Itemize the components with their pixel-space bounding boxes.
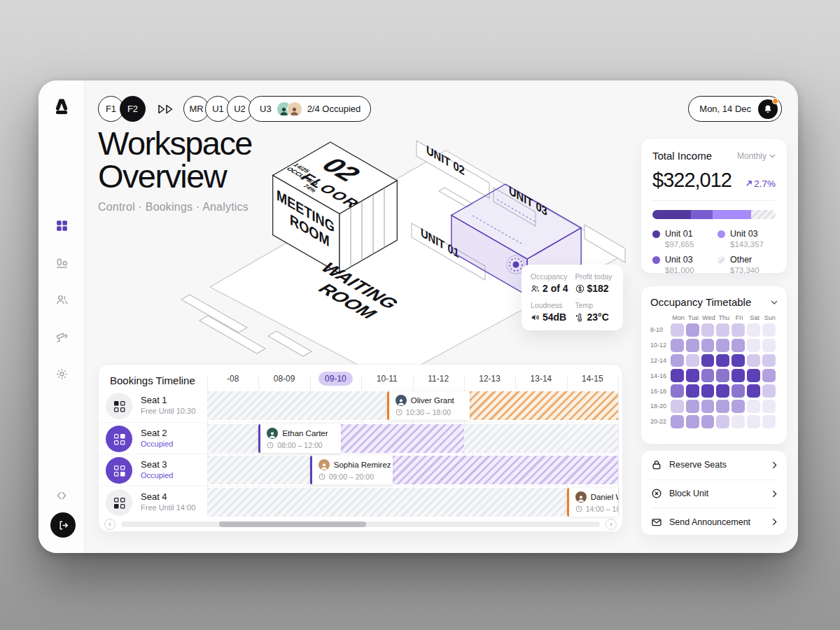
sidebar-item-dashboard[interactable] — [55, 218, 69, 233]
timeline-hour[interactable]: 13-14 — [515, 372, 566, 386]
timetable-cell[interactable] — [686, 323, 699, 337]
timetable-row: 16-18 — [650, 384, 778, 398]
seat-seat-3[interactable]: Seat 3 Occupied — [104, 454, 206, 486]
timetable-cell[interactable] — [701, 415, 715, 428]
floor-pill-f2[interactable]: F2 — [120, 96, 146, 122]
income-bar-segment — [652, 210, 691, 219]
seat-seat-4[interactable]: Seat 4 Free Until 14:00 — [104, 486, 206, 518]
timetable-cell[interactable] — [716, 384, 729, 398]
timetable-cell[interactable] — [747, 369, 760, 382]
period-dropdown[interactable]: Monthly — [737, 151, 776, 161]
timetable-cell[interactable] — [671, 323, 684, 337]
clock-icon — [318, 473, 326, 480]
seat-seat-1[interactable]: Seat 1 Free Until 10:30 — [104, 390, 206, 422]
sidebar-item-units[interactable] — [55, 255, 69, 270]
timeline-hour[interactable]: 09-10 — [310, 372, 361, 386]
timetable-day: Sat — [747, 314, 762, 321]
booking-card[interactable]: Daniel Walker 14:00 – 18:00 — [567, 488, 618, 517]
timeline-hour[interactable]: -08 — [207, 372, 258, 386]
fast-forward-icon[interactable] — [157, 103, 175, 115]
booking-person: Ethan Carter — [282, 429, 328, 438]
timetable-cell[interactable] — [747, 339, 760, 352]
timetable-cell[interactable] — [686, 400, 699, 413]
timetable-cell[interactable] — [686, 354, 699, 368]
timetable-cell[interactable] — [747, 354, 760, 368]
timetable-cell[interactable] — [716, 369, 729, 382]
timeline-hour[interactable]: 11-12 — [413, 372, 464, 386]
timetable-cell[interactable] — [762, 369, 776, 382]
timetable-cell[interactable] — [701, 339, 715, 352]
timetable-cell[interactable] — [701, 354, 715, 368]
timetable-cell[interactable] — [762, 323, 776, 337]
timetable-cell[interactable] — [686, 384, 699, 398]
seat-seat-2[interactable]: Seat 2 Occupied — [104, 423, 206, 454]
timetable-cell[interactable] — [701, 400, 715, 413]
timetable-cell[interactable] — [762, 339, 776, 352]
mail-icon — [651, 517, 662, 528]
timetable-cell[interactable] — [686, 415, 699, 428]
timetable-cell[interactable] — [732, 400, 745, 413]
timetable-cell[interactable] — [762, 400, 776, 413]
scroll-left-button[interactable]: ‹ — [104, 519, 115, 530]
scrollbar-thumb[interactable] — [219, 522, 366, 527]
timetable-cell[interactable] — [732, 369, 745, 382]
timetable-cell[interactable] — [671, 415, 684, 428]
booking-card[interactable]: Ethan Carter 08:00 – 12:00 — [258, 424, 341, 453]
sidebar-item-camera[interactable] — [55, 330, 69, 344]
timetable-cell[interactable] — [716, 415, 729, 428]
occupancy-count: 2/4 Occupied — [307, 104, 361, 114]
timetable-cell[interactable] — [671, 354, 684, 368]
timetable-cell[interactable] — [762, 384, 776, 398]
action-block-unit[interactable]: Block Unit — [651, 479, 777, 508]
collapse-icon[interactable] — [55, 489, 69, 503]
action-send-announcement[interactable]: Send Announcement — [651, 507, 777, 536]
timeline-hour[interactable]: 10-11 — [361, 372, 412, 386]
timetable-cell[interactable] — [671, 339, 684, 352]
timetable-cell[interactable] — [671, 400, 684, 413]
timeline-hour[interactable]: 08-09 — [258, 372, 309, 386]
timetable-cell[interactable] — [747, 323, 760, 337]
trend-up-icon — [746, 180, 752, 187]
sidebar-item-settings[interactable] — [55, 367, 69, 382]
app-logo-icon[interactable] — [50, 94, 73, 117]
timetable-cell[interactable] — [762, 415, 776, 428]
logout-button[interactable] — [50, 512, 76, 538]
timetable-cell[interactable] — [732, 354, 745, 368]
date-pill[interactable]: Mon, 14 Dec — [688, 96, 782, 122]
booking-card[interactable]: Oliver Grant 10:30 – 18:00 — [387, 391, 470, 420]
timetable-cell[interactable] — [716, 323, 729, 337]
timetable-cell[interactable] — [671, 369, 684, 382]
unit3-pill[interactable]: U3 2/4 Occupied — [248, 96, 371, 122]
scroll-right-button[interactable]: › — [606, 519, 617, 530]
timetable-cell[interactable] — [732, 415, 745, 428]
notifications-button[interactable] — [758, 99, 778, 119]
timetable-cell[interactable] — [732, 323, 745, 337]
timetable-cell[interactable] — [686, 369, 699, 382]
timetable-cell[interactable] — [701, 323, 715, 337]
timetable-cell[interactable] — [732, 339, 745, 352]
sidebar-item-members[interactable] — [55, 293, 69, 307]
timeline-hour[interactable]: 14-15 — [567, 372, 618, 386]
timetable-cell[interactable] — [671, 384, 684, 398]
timetable-cell[interactable] — [716, 400, 729, 413]
clock-icon — [267, 442, 274, 449]
timetable-cell[interactable] — [716, 339, 729, 352]
timetable-cell[interactable] — [747, 400, 760, 413]
timetable-cell[interactable] — [716, 354, 729, 368]
scrollbar-track[interactable] — [121, 522, 600, 527]
timetable-cell[interactable] — [762, 354, 776, 368]
timetable-cell[interactable] — [747, 415, 760, 428]
legend-item: Unit 01 $97,655 — [652, 229, 710, 248]
booking-card[interactable]: Sophia Remirez 09:00 – 20:00 — [310, 456, 393, 484]
timetable-cell[interactable] — [701, 369, 715, 382]
chevron-down-icon[interactable] — [771, 300, 778, 304]
timetable-cell[interactable] — [732, 384, 745, 398]
timetable-row: 18-20 — [650, 400, 778, 413]
bell-icon — [763, 104, 773, 114]
timetable-cell[interactable] — [686, 339, 699, 352]
timetable-cell[interactable] — [747, 384, 760, 398]
action-reserve-seats[interactable]: Reserve Seats — [651, 451, 777, 479]
timetable-cell[interactable] — [701, 384, 715, 398]
timeline-hour[interactable]: 12-13 — [464, 372, 515, 386]
unit3-label: U3 — [260, 104, 272, 114]
